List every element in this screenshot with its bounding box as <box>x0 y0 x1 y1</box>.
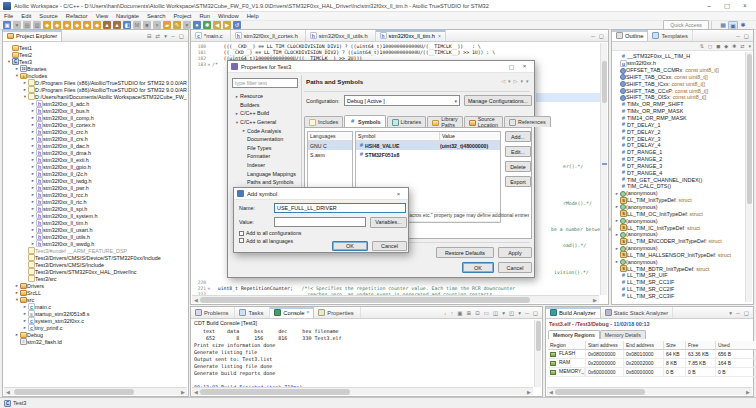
menu-item[interactable]: Help <box>243 13 263 19</box>
outline-item[interactable]: SHIFT_TAB_CCxP : const uint8_t[] <box>614 87 747 94</box>
language-item[interactable]: GNU C <box>308 141 352 150</box>
properties-tree-item[interactable]: File Types <box>232 144 300 153</box>
outline-item[interactable]: ▸ (anonymous) <box>614 204 747 211</box>
toolbar-icon[interactable]: ▤ <box>23 21 31 29</box>
ba-subtab[interactable]: Memory Details <box>600 330 646 339</box>
tree-item[interactable]: ▾ Includes <box>4 72 187 79</box>
tree-item[interactable]: ▸ D:/Program Files (x86)/Atollic/TrueSTU… <box>4 86 187 93</box>
tree-item[interactable]: ▾ D:/Users/hanl/Documents/Atollic Worksp… <box>4 93 187 100</box>
settings-tab[interactable]: Source Location <box>464 116 503 127</box>
console-toolbar-icon[interactable]: ⊞ <box>465 310 474 316</box>
minimize-icon[interactable]: ─ <box>734 310 742 316</box>
settings-tab[interactable]: Libraries <box>387 116 427 127</box>
all-configurations-checkbox[interactable]: Add to all configurations <box>239 230 301 236</box>
toolbar-icon[interactable]: ◆ <box>53 21 61 29</box>
outline-item[interactable]: SHIFT_TAB_OISx : const uint8_t[] <box>614 94 747 101</box>
ba-column-header[interactable]: Size <box>664 341 686 350</box>
ba-subtab[interactable]: Memory Regions <box>548 330 600 339</box>
outline-item[interactable]: DT_RANGE_3 <box>614 163 747 170</box>
toolbar-icon[interactable]: ● <box>193 21 201 29</box>
properties-tree-item[interactable]: ▸ Code Analysis <box>232 126 300 135</box>
ba-column-header[interactable]: Free <box>686 341 716 350</box>
outline-item[interactable]: LL_TIM_ENCODER_InitTypeDef : struct <box>614 238 747 245</box>
outline-item[interactable]: DT_DELAY_1 <box>614 121 747 128</box>
console-vscrollbar[interactable] <box>534 320 541 387</box>
outline-item[interactable]: LL_TIM_SR_CC2IF <box>614 286 747 293</box>
outline-item[interactable]: TIM14_OR_RMP_MASK <box>614 115 747 122</box>
tab-outline[interactable]: Outline <box>612 30 648 41</box>
ba-table-row[interactable]: RAM 0x20000000 0x20002000 8 KB 7.85 KB 1… <box>548 359 753 368</box>
outline-toolbar-icon[interactable]: ⇅ <box>698 43 706 49</box>
editor-tab[interactable]: stm32f0xx_ll_tim.h × <box>376 30 446 41</box>
outline-item[interactable]: __STM32F0xx_LL_TIM_H <box>614 53 747 60</box>
outline-item[interactable]: LL_TIM_SR_UIF <box>614 272 747 279</box>
tree-item[interactable]: ▸ stm32f0xx_ll_wwdg.h <box>4 240 187 247</box>
tree-item[interactable]: ▸ stm32f0xx_ll_tim.h <box>4 219 187 226</box>
menu-item[interactable]: Run <box>195 13 214 19</box>
tree-item[interactable]: Test3/Drivers/STM32F0xx_HAL_Driver/Inc <box>4 268 187 275</box>
tree-item[interactable]: Test1 <box>4 44 187 51</box>
console-toolbar-icon[interactable]: ▭ <box>482 310 491 316</box>
toolbar-icon[interactable]: ◀ <box>213 21 221 29</box>
properties-tree-item[interactable]: Paths and Symbols <box>232 178 300 187</box>
ba-column-header[interactable]: Start address <box>586 341 624 350</box>
tree-item[interactable]: ▸ D:/Program Files (x86)/Atollic/TrueSTU… <box>4 79 187 86</box>
ba-table-row[interactable]: MEMORY_B1 0x60000000 0x60000000 0 B 0 B … <box>548 368 753 377</box>
console-toolbar-icon[interactable]: ◫ <box>491 310 500 316</box>
console-hscrollbar[interactable]: ◀▶ <box>192 387 533 395</box>
tree-item[interactable]: ▸ stm32f0xx_ll_pwr.h <box>4 184 187 191</box>
console-toolbar-icon[interactable]: ▢ <box>531 310 540 316</box>
properties-tree-item[interactable]: Documentation <box>232 135 300 144</box>
symbol-row[interactable]: HSI48_VALUE (uint32_t)48000000) <box>356 141 500 150</box>
properties-tree-item[interactable]: Builders <box>232 101 300 110</box>
console-toolbar-icon[interactable]: ⊡ <box>473 310 482 316</box>
editor-tab[interactable]: stm32f0xx_ll_cortex.h <box>231 30 306 41</box>
tree-item[interactable]: ▸ startup_stm32f051x8.s <box>4 310 187 317</box>
value-input[interactable] <box>274 217 366 227</box>
cancel-button[interactable]: Cancel <box>498 262 532 273</box>
view-menu-icon[interactable]: ▾ <box>727 310 734 316</box>
outline-item[interactable]: TIM_GET_CHANNEL_INDEX() <box>614 176 747 183</box>
menu-item[interactable]: Refactor <box>62 13 92 19</box>
console-tab[interactable]: Properties <box>314 307 360 318</box>
settings-tab[interactable]: References <box>504 116 551 127</box>
outline-item[interactable]: LL_TIM_HALLSENSOR_InitTypeDef : struct <box>614 251 747 258</box>
console-tab[interactable]: Tasks <box>235 307 270 318</box>
ba-table-row[interactable]: FLASH 0x08000000 0x08010000 64 KB 63.36 … <box>548 350 753 359</box>
tree-item[interactable]: ▸ stm32f0xx_ll_i2c.h <box>4 170 187 177</box>
tree-item[interactable]: Test3/src <box>4 275 187 282</box>
symbol-action-button[interactable]: Edit... <box>505 146 531 157</box>
outline-item[interactable]: SHIFT_TAB_OCxx : const uint8_t[] <box>614 74 747 81</box>
toolbar-icon[interactable]: ▰ <box>163 21 171 29</box>
outline-toolbar-icon[interactable]: ◆ <box>722 43 730 49</box>
outline-item[interactable]: LL_TIM_InitTypeDef : struct <box>614 197 747 204</box>
toolbar-icon[interactable]: ▶ <box>223 21 231 29</box>
outline-item[interactable]: ▸ (anonymous) <box>614 190 747 197</box>
outline-item[interactable]: TIMx_OR_RMP_SHIFT <box>614 101 747 108</box>
maximize-icon[interactable]: ▢ <box>597 33 606 39</box>
properties-tree-item[interactable]: ▾ C/C++ General <box>232 118 300 127</box>
tree-item[interactable]: Test3/Drivers/CMSIS/Device/ST/STM32F0xx/… <box>4 254 187 261</box>
tree-item[interactable]: ▾ Test3 <box>4 58 187 65</box>
toolbar-icon[interactable]: ▥ <box>33 21 41 29</box>
console-toolbar-icon[interactable]: ─ <box>523 310 531 316</box>
outline-item[interactable]: DT_DELAY_4 <box>614 142 747 149</box>
outline-item[interactable]: LL_TIM_IC_InitTypeDef : struct <box>614 224 747 231</box>
toolbar-icon[interactable]: ▲ <box>103 21 111 29</box>
menu-item[interactable]: Navigate <box>112 13 143 19</box>
outline-toolbar-icon[interactable]: ✱ <box>730 43 738 49</box>
tree-item[interactable]: ▾ src <box>4 296 187 303</box>
toolbar-icon[interactable]: ✱ <box>203 21 211 29</box>
settings-tab[interactable]: Library Paths <box>427 116 462 127</box>
console-toolbar-icon[interactable]: ↑ <box>449 310 456 316</box>
symbol-row[interactable]: STM32F051x8 <box>356 150 500 159</box>
ok-button[interactable]: OK <box>332 241 368 251</box>
explorer-toolbar-icon[interactable]: ▾ <box>162 33 169 39</box>
tree-item[interactable]: ▸ stm32f0xx_ll_crc.h <box>4 128 187 135</box>
toolbar-icon[interactable]: ◆ <box>83 21 91 29</box>
tree-item[interactable]: Test3/#undef __ARM_FEATURE_DSP <box>4 247 187 254</box>
outline-toolbar-icon[interactable]: ◻ <box>706 43 714 49</box>
ba-hscrollbar[interactable]: ◀▶ <box>547 387 752 395</box>
outline-toolbar-icon[interactable]: ◼ <box>714 43 722 49</box>
tree-item[interactable]: ▸ stm32f0xx_ll_crs.h <box>4 135 187 142</box>
